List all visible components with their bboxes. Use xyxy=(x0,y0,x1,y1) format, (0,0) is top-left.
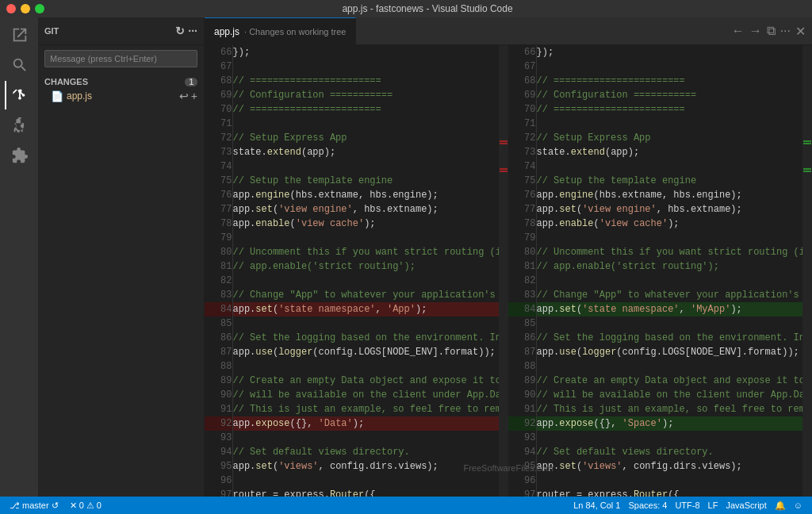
line-content: app.enable('view cache'); xyxy=(536,217,802,231)
line-number: 82 xyxy=(508,274,536,288)
line-content: app.set('view engine', hbs.extname); xyxy=(232,202,499,217)
git-header: GIT ↻ ··· xyxy=(38,17,204,45)
line-number: 75 xyxy=(508,174,536,188)
spaces-label: Spaces: 4 xyxy=(628,501,667,510)
maximize-button[interactable] xyxy=(35,4,44,13)
git-more-icon[interactable]: ··· xyxy=(188,25,197,37)
line-ending-item[interactable]: LF xyxy=(705,501,722,511)
bell-item[interactable]: 🔔 xyxy=(772,501,789,511)
line-content: // Create an empty Data object and expos… xyxy=(536,374,802,388)
encoding-item[interactable]: UTF-8 xyxy=(672,501,703,511)
right-pane[interactable]: 66});67 68// =======================69//… xyxy=(508,45,802,497)
line-number: 73 xyxy=(508,145,536,159)
position-item[interactable]: Ln 84, Col 1 xyxy=(570,501,623,511)
tab-appjs[interactable]: app.js · Changes on working tree xyxy=(205,17,356,44)
line-number: 78 xyxy=(205,217,232,231)
stage-file-icon[interactable]: + xyxy=(191,90,197,102)
line-number: 84 xyxy=(508,302,536,316)
changes-header[interactable]: CHANGES 1 xyxy=(38,75,204,88)
file-item-appjs[interactable]: 📄 app.js ↩ + xyxy=(38,88,204,104)
left-pane[interactable]: 66});67 68// =======================69//… xyxy=(205,45,499,497)
line-number: 88 xyxy=(205,359,232,374)
commit-message-box[interactable]: Message (press Ctrl+Enter) xyxy=(44,50,197,67)
activity-git[interactable] xyxy=(5,81,33,109)
split-editor-icon[interactable]: ⧉ xyxy=(767,24,776,38)
line-content: // Setup Express App xyxy=(536,131,802,145)
git-refresh-icon[interactable]: ↻ xyxy=(175,25,185,37)
line-number: 96 xyxy=(205,474,232,488)
git-branch-icon: ⎇ xyxy=(10,501,20,511)
bell-icon: 🔔 xyxy=(775,501,786,511)
window-title: app.js - fastconews - Visual Studio Code xyxy=(49,3,806,14)
line-content: app.engine(hbs.extname, hbs.engine); xyxy=(536,188,802,202)
line-number: 72 xyxy=(508,131,536,145)
git-label: GIT xyxy=(44,26,59,36)
line-number: 75 xyxy=(205,174,232,188)
line-number: 79 xyxy=(508,231,536,245)
line-content: // Uncomment this if you want strict rou… xyxy=(232,245,499,259)
file-actions: ↩ + xyxy=(179,90,197,102)
language-item[interactable]: JavaScript xyxy=(722,501,769,511)
activity-extensions[interactable] xyxy=(5,141,33,170)
minimize-button[interactable] xyxy=(21,4,30,13)
line-number: 85 xyxy=(508,316,536,331)
activity-bar xyxy=(0,17,38,497)
right-code-table: 66});67 68// =======================69//… xyxy=(508,45,802,497)
line-content: // Setup the template engine xyxy=(232,174,499,188)
line-number: 93 xyxy=(205,431,232,445)
line-content: // app.enable('strict routing'); xyxy=(232,259,499,274)
more-actions-icon[interactable]: ··· xyxy=(780,24,791,38)
activity-explorer[interactable] xyxy=(5,21,33,49)
line-number: 91 xyxy=(508,402,536,416)
line-number: 90 xyxy=(508,388,536,402)
line-content xyxy=(536,59,802,74)
line-number: 90 xyxy=(205,388,232,402)
line-number: 97 xyxy=(205,488,232,497)
line-content xyxy=(536,359,802,374)
activity-search[interactable] xyxy=(5,51,33,79)
line-content: app.set('views', config.dirs.views); xyxy=(232,459,499,474)
revert-file-icon[interactable]: ↩ xyxy=(179,90,189,102)
line-content: // Setup Express App xyxy=(232,131,499,145)
commit-message-placeholder: Message (press Ctrl+Enter) xyxy=(50,54,157,63)
activity-debug[interactable] xyxy=(5,111,33,140)
line-content: state.extend(app); xyxy=(536,145,802,159)
line-number: 67 xyxy=(205,59,232,74)
line-number: 84 xyxy=(205,302,232,316)
close-button[interactable] xyxy=(6,4,16,13)
line-content: // Set the logging based on the environm… xyxy=(232,331,499,345)
line-number: 67 xyxy=(508,59,536,74)
spaces-item[interactable]: Spaces: 4 xyxy=(625,501,670,511)
nav-forward-icon[interactable]: → xyxy=(749,24,762,38)
errors-item[interactable]: ✕ 0 ⚠ 0 xyxy=(67,501,105,511)
line-content xyxy=(232,274,499,288)
line-number: 69 xyxy=(205,88,232,102)
line-content xyxy=(232,431,499,445)
line-number: 95 xyxy=(508,459,536,474)
line-content xyxy=(232,474,499,488)
line-number: 94 xyxy=(205,445,232,459)
line-number: 78 xyxy=(508,217,536,231)
line-content xyxy=(232,59,499,74)
line-content: router = express.Router({ xyxy=(232,488,499,497)
sidebar: GIT ↻ ··· Message (press Ctrl+Enter) CHA… xyxy=(38,17,205,497)
line-content: app.expose({}, 'Space'); xyxy=(536,416,802,431)
branch-item[interactable]: ⎇ master ↺ xyxy=(6,501,62,511)
line-number: 92 xyxy=(508,416,536,431)
line-number: 76 xyxy=(205,188,232,202)
line-number: 80 xyxy=(205,245,232,259)
line-content: // Set the logging based on the environm… xyxy=(536,331,802,345)
warning-icon: ⚠ xyxy=(86,501,94,511)
nav-back-icon[interactable]: ← xyxy=(732,24,745,38)
line-number: 87 xyxy=(205,345,232,359)
cursor-position: Ln 84, Col 1 xyxy=(573,501,620,510)
line-number: 95 xyxy=(205,459,232,474)
line-number: 69 xyxy=(508,88,536,102)
smile-item[interactable]: ☺ xyxy=(791,501,806,511)
close-tab-icon[interactable]: ✕ xyxy=(795,24,806,39)
line-content: app.set('state namespace', 'MyApp'); xyxy=(536,302,802,316)
line-number: 82 xyxy=(205,274,232,288)
line-content: app.use(logger(config.LOGS[NODE_ENV].for… xyxy=(232,345,499,359)
line-content: // Setup the template engine xyxy=(536,174,802,188)
line-number: 86 xyxy=(508,331,536,345)
